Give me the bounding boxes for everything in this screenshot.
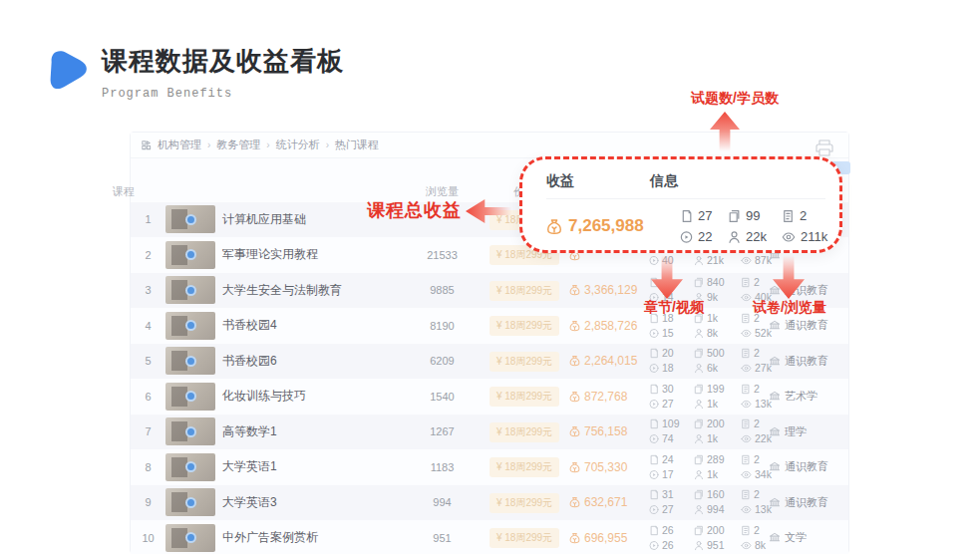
brand-logo-icon bbox=[44, 46, 90, 92]
row-number: 5 bbox=[131, 355, 165, 367]
courseware-icon bbox=[694, 348, 704, 359]
eye-icon bbox=[741, 504, 752, 515]
breadcrumb-separator: › bbox=[326, 139, 329, 150]
thumbnail-logo-icon bbox=[185, 497, 196, 508]
breadcrumb-item[interactable]: 统计分析 bbox=[276, 138, 320, 152]
thumbnail-logo-icon bbox=[185, 285, 196, 296]
course-name: 化妆训练与技巧 bbox=[220, 388, 405, 405]
course-thumbnail bbox=[165, 205, 215, 233]
price-badge: ¥ 18周299元 bbox=[490, 493, 559, 513]
table-row[interactable]: 7 高等数学1 1267 ¥ 18周299元 756,158 109 200 2… bbox=[131, 415, 848, 449]
table-row[interactable]: 5 书香校园6 6209 ¥ 18周299元 2,264,015 20 500 … bbox=[131, 344, 848, 379]
courseware-icon bbox=[694, 525, 704, 536]
student-icon bbox=[694, 255, 704, 266]
chapter-icon bbox=[649, 525, 659, 536]
course-name: 中外广告案例赏析 bbox=[220, 529, 405, 546]
eye-icon bbox=[741, 328, 752, 339]
student-icon bbox=[728, 230, 741, 244]
school-icon bbox=[769, 391, 781, 402]
video-icon bbox=[649, 433, 659, 444]
exam-paper-icon bbox=[741, 277, 751, 288]
thumbnail-logo-icon bbox=[185, 356, 196, 367]
eye-icon bbox=[741, 363, 752, 374]
school-icon bbox=[769, 497, 781, 508]
student-icon bbox=[694, 433, 704, 444]
course-info: 24 289 2 17 1k 34k bbox=[649, 452, 761, 482]
views-count: 8190 bbox=[405, 320, 480, 332]
chapter-icon bbox=[649, 384, 659, 395]
category-label: 文学 bbox=[785, 530, 807, 545]
money-bag-icon bbox=[569, 391, 580, 403]
table-row[interactable]: 4 书香校园4 8190 ¥ 18周299元 2,858,726 18 1k 2… bbox=[131, 309, 848, 344]
breadcrumb-item[interactable]: 教务管理 bbox=[216, 138, 260, 152]
money-bag-icon bbox=[569, 355, 580, 367]
table-row[interactable]: 3 大学生安全与法制教育 9885 ¥ 18周299元 3,366,129 84… bbox=[131, 273, 848, 308]
thumbnail-logo-icon bbox=[185, 426, 196, 437]
row-number: 2 bbox=[131, 249, 165, 261]
video-icon bbox=[649, 363, 659, 374]
print-icon[interactable] bbox=[815, 138, 834, 156]
category-label: 通识教育 bbox=[785, 495, 828, 510]
breadcrumb: 机构管理 › 教务管理 › 统计分析 › 热门课程 bbox=[141, 138, 379, 152]
course-info: 20 500 2 18 6k 27k bbox=[649, 346, 761, 376]
views-count: 21533 bbox=[405, 249, 480, 261]
thumbnail-logo-icon bbox=[185, 391, 196, 402]
course-info: 109 200 2 74 1k 22k bbox=[649, 416, 761, 446]
courseware-icon bbox=[694, 418, 704, 429]
annotation-question-students: 试题数/学员数 bbox=[691, 90, 779, 108]
category-label: 通识教育 bbox=[785, 318, 828, 333]
chapter-icon bbox=[649, 418, 659, 429]
exam-paper-icon bbox=[741, 418, 751, 429]
eye-icon bbox=[741, 540, 752, 551]
page-title: 课程数据及收益看板 bbox=[102, 44, 344, 79]
video-icon bbox=[649, 399, 659, 410]
course-name: 军事理论实用教程 bbox=[220, 246, 405, 263]
money-bag-icon bbox=[569, 320, 580, 332]
breadcrumb-item[interactable]: 机构管理 bbox=[158, 138, 201, 152]
row-number: 3 bbox=[131, 284, 165, 296]
views-count: 1183 bbox=[405, 461, 480, 473]
row-number: 9 bbox=[131, 496, 165, 508]
revenue-value: 3,366,129 bbox=[584, 283, 637, 297]
course-name: 大学英语3 bbox=[220, 494, 405, 511]
student-icon bbox=[694, 469, 704, 480]
category-label: 通识教育 bbox=[785, 459, 828, 474]
courseware-icon bbox=[728, 209, 741, 223]
course-thumbnail bbox=[165, 488, 215, 516]
callout-revenue-header: 收益 bbox=[546, 172, 574, 190]
thumbnail-logo-icon bbox=[185, 214, 196, 225]
category-label: 通识教育 bbox=[785, 354, 828, 369]
breadcrumb-item[interactable]: 热门课程 bbox=[335, 138, 379, 152]
eye-icon bbox=[741, 469, 752, 480]
thumbnail-logo-icon bbox=[185, 532, 196, 543]
student-icon bbox=[694, 363, 704, 374]
exam-paper-icon bbox=[741, 489, 751, 500]
course-info: 31 160 2 27 994 13k bbox=[649, 487, 761, 517]
money-bag-icon bbox=[569, 284, 580, 296]
breadcrumb-separator: › bbox=[266, 139, 269, 150]
school-icon bbox=[769, 532, 781, 543]
school-icon bbox=[769, 320, 781, 331]
thumbnail-logo-icon bbox=[185, 461, 196, 472]
money-bag-icon bbox=[546, 218, 562, 235]
breadcrumb-bar: 机构管理 › 教务管理 › 统计分析 › 热门课程 bbox=[131, 133, 848, 158]
course-name: 书香校园4 bbox=[220, 317, 405, 334]
revenue-value: 696,955 bbox=[584, 531, 627, 545]
video-icon bbox=[649, 328, 659, 339]
course-table: 1 计算机应用基础 ¥ 18周299元 7,265,988 27 99 2 22… bbox=[131, 202, 848, 554]
table-row[interactable]: 10 中外广告案例赏析 951 ¥ 18周299元 696,955 26 200… bbox=[131, 521, 848, 554]
row-number: 8 bbox=[131, 461, 165, 473]
table-row[interactable]: 6 化妆训练与技巧 1540 ¥ 18周299元 872,768 30 199 … bbox=[131, 380, 848, 415]
chapter-icon bbox=[649, 489, 659, 500]
page-subtitle: Program Benefits bbox=[102, 87, 344, 101]
course-thumbnail bbox=[165, 453, 215, 481]
courseware-icon bbox=[694, 277, 704, 288]
thumbnail-logo-icon bbox=[185, 320, 196, 331]
revenue-value: 756,158 bbox=[584, 424, 627, 438]
row-number: 7 bbox=[131, 425, 165, 437]
row-number: 1 bbox=[131, 213, 165, 225]
table-row[interactable]: 9 大学英语3 994 ¥ 18周299元 632,671 31 160 2 2… bbox=[131, 485, 848, 520]
price-badge: ¥ 18周299元 bbox=[490, 457, 559, 477]
eye-icon bbox=[741, 433, 752, 444]
table-row[interactable]: 8 大学英语1 1183 ¥ 18周299元 705,330 24 289 2 … bbox=[131, 450, 848, 485]
